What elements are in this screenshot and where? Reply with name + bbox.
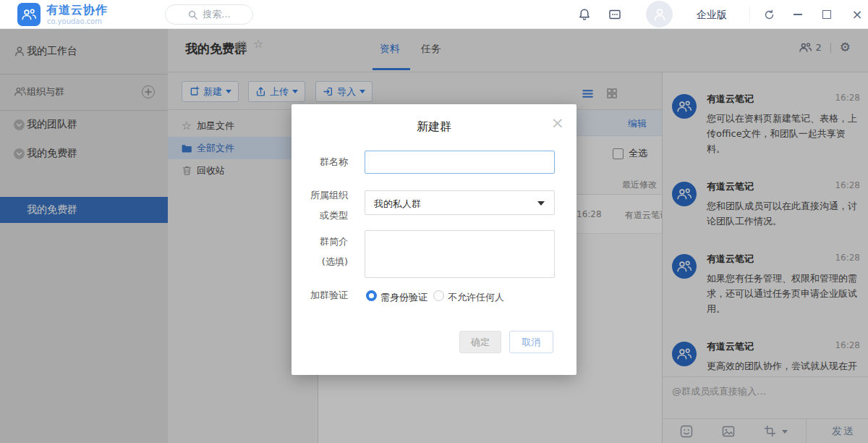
search-icon: [187, 9, 198, 20]
messages-bubble-icon[interactable]: [608, 7, 622, 22]
modal-close-icon[interactable]: ×: [551, 115, 564, 131]
notifications-bell-icon[interactable]: [577, 7, 592, 22]
minimize-icon[interactable]: [790, 7, 806, 22]
radio-identity-label[interactable]: 需身份验证: [380, 291, 427, 304]
group-desc-textarea[interactable]: [365, 230, 555, 278]
app-window: 有道云协作 co.youdao.com 搜索... 企业版 × 我的工作台 组织…: [0, 0, 868, 443]
app-title: 有道云协作: [46, 3, 108, 18]
org-label-line2: 或类型: [292, 206, 348, 225]
verify-label: 加群验证: [292, 286, 348, 305]
app-domain: co.youdao.com: [47, 17, 102, 25]
select-caret-icon: [537, 201, 545, 206]
group-name-input[interactable]: [365, 151, 555, 174]
desc-label-line2: (选填): [292, 253, 348, 271]
radio-allow-nobody[interactable]: [433, 290, 444, 301]
confirm-button[interactable]: 确定: [459, 331, 501, 353]
refresh-icon[interactable]: [761, 7, 777, 22]
edition-badge[interactable]: 企业版: [697, 9, 727, 22]
org-type-value: 我的私人群: [374, 198, 421, 211]
app-logo[interactable]: [17, 3, 41, 26]
desc-label-line1: 群简介: [292, 232, 348, 251]
org-label-line1: 所属组织: [292, 186, 348, 205]
cancel-button[interactable]: 取消: [509, 331, 553, 353]
titlebar-divider: [749, 7, 750, 22]
search-placeholder: 搜索...: [203, 8, 230, 21]
app-logo-group-icon: [21, 8, 37, 21]
search-input[interactable]: 搜索...: [165, 4, 253, 25]
org-type-select[interactable]: 我的私人群: [365, 190, 555, 215]
radio-nobody-label[interactable]: 不允许任何人: [448, 291, 504, 304]
group-name-label: 群名称: [292, 153, 348, 172]
maximize-icon[interactable]: [819, 7, 835, 22]
radio-identity-verification[interactable]: [366, 290, 377, 301]
create-group-modal: 新建群 × 群名称 所属组织 或类型 我的私人群 群简介 (选填) 加群验证 需…: [292, 104, 576, 375]
user-avatar[interactable]: [646, 1, 673, 28]
window-close-icon[interactable]: ×: [849, 7, 865, 22]
modal-title: 新建群: [292, 119, 576, 135]
title-bar: 有道云协作 co.youdao.com 搜索... 企业版 ×: [0, 0, 868, 29]
